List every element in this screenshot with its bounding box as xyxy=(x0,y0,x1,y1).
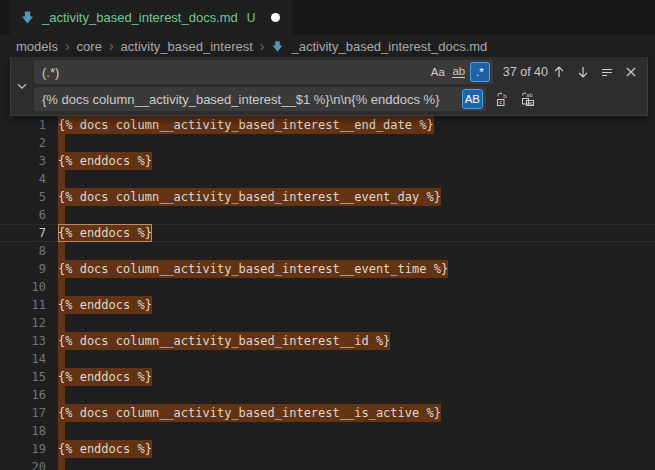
replace-button[interactable]: b c xyxy=(492,89,513,110)
line-text[interactable]: {% enddocs %} xyxy=(58,224,152,242)
line-text[interactable]: {% docs column__activity_based_interest_… xyxy=(58,260,448,278)
editor-line-14[interactable]: 14 xyxy=(0,350,655,368)
whole-word-toggle[interactable]: ab xyxy=(449,62,469,82)
line-number: 12 xyxy=(0,314,46,332)
replace-input[interactable] xyxy=(35,88,461,110)
line-text[interactable] xyxy=(58,386,65,404)
close-find-button[interactable] xyxy=(620,62,641,83)
next-match-button[interactable] xyxy=(572,62,593,83)
line-number: 5 xyxy=(0,188,46,206)
line-text[interactable]: {% enddocs %} xyxy=(58,440,152,458)
modified-dot-icon[interactable] xyxy=(271,13,280,22)
line-text[interactable]: {% docs column__activity_based_interest_… xyxy=(58,332,390,350)
line-number: 1 xyxy=(0,116,46,134)
editor-line-8[interactable]: 8 xyxy=(0,242,655,260)
find-in-selection-button[interactable] xyxy=(596,62,617,83)
tab-filename: _activity_based_interest_docs.md xyxy=(42,10,238,25)
editor-line-6[interactable]: 6 xyxy=(0,206,655,224)
breadcrumb-item-file[interactable]: _activity_based_interest_docs.md xyxy=(291,39,487,54)
markdown-icon xyxy=(271,40,284,53)
editor-line-3[interactable]: 3{% enddocs %} xyxy=(0,152,655,170)
find-results-count: 37 of 40 xyxy=(503,65,548,79)
line-text[interactable] xyxy=(58,458,65,470)
line-text[interactable] xyxy=(58,314,65,332)
line-text[interactable]: {% enddocs %} xyxy=(58,152,152,170)
find-nav-buttons xyxy=(548,62,643,83)
replace-row: AB b c ab xyxy=(34,87,643,111)
editor-line-5[interactable]: 5{% docs column__activity_based_interest… xyxy=(0,188,655,206)
regex-toggle[interactable]: .* xyxy=(470,62,490,82)
svg-text:ab: ab xyxy=(526,92,532,98)
editor-lines: 1{% docs column__activity_based_interest… xyxy=(0,116,655,470)
line-text[interactable] xyxy=(58,206,65,224)
find-match-empty-highlight xyxy=(58,422,65,440)
breadcrumb-item-models[interactable]: models xyxy=(16,39,58,54)
find-match-empty-highlight xyxy=(58,458,65,470)
find-match-highlight: {% enddocs %} xyxy=(58,152,152,170)
previous-match-button[interactable] xyxy=(548,62,569,83)
replace-all-button[interactable]: ab ac xyxy=(517,89,538,110)
line-number: 20 xyxy=(0,458,46,470)
editor-line-11[interactable]: 11{% enddocs %} xyxy=(0,296,655,314)
line-text[interactable]: {% enddocs %} xyxy=(58,296,152,314)
editor-line-18[interactable]: 18 xyxy=(0,422,655,440)
line-text[interactable]: {% docs column__activity_based_interest_… xyxy=(58,404,441,422)
find-match-highlight: {% docs column__activity_based_interest_… xyxy=(58,332,390,350)
whole-word-label: ab xyxy=(452,66,465,78)
editor-line-7[interactable]: 7{% enddocs %} xyxy=(0,224,655,242)
editor-line-15[interactable]: 15{% enddocs %} xyxy=(0,368,655,386)
editor-line-1[interactable]: 1{% docs column__activity_based_interest… xyxy=(0,116,655,134)
find-match-highlight: {% docs column__activity_based_interest_… xyxy=(58,260,448,278)
toggle-replace-chevron-icon[interactable] xyxy=(11,57,32,115)
editor-line-17[interactable]: 17{% docs column__activity_based_interes… xyxy=(0,404,655,422)
find-input[interactable] xyxy=(35,61,427,83)
line-number: 4 xyxy=(0,170,46,188)
line-number: 7 xyxy=(0,224,46,242)
editor-line-16[interactable]: 16 xyxy=(0,386,655,404)
find-match-empty-highlight xyxy=(58,278,65,296)
line-number: 10 xyxy=(0,278,46,296)
breadcrumb: models › core › activity_based_interest … xyxy=(0,35,655,57)
editor-line-10[interactable]: 10 xyxy=(0,278,655,296)
breadcrumb-item-activity-based-interest[interactable]: activity_based_interest xyxy=(121,39,253,54)
find-match-empty-highlight xyxy=(58,242,65,260)
match-case-toggle[interactable]: Aa xyxy=(428,62,448,82)
preserve-case-toggle[interactable]: AB xyxy=(462,89,483,109)
line-number: 13 xyxy=(0,332,46,350)
line-number: 15 xyxy=(0,368,46,386)
replace-input-box: AB xyxy=(34,87,486,111)
line-text[interactable] xyxy=(58,170,65,188)
line-text[interactable]: {% docs column__activity_based_interest_… xyxy=(58,116,434,134)
svg-text:c: c xyxy=(499,99,502,105)
breadcrumb-item-core[interactable]: core xyxy=(77,39,102,54)
editor-line-19[interactable]: 19{% enddocs %} xyxy=(0,440,655,458)
line-text[interactable] xyxy=(58,422,65,440)
vscode-window: _activity_based_interest_docs.md U model… xyxy=(0,0,655,470)
line-number: 18 xyxy=(0,422,46,440)
line-text[interactable] xyxy=(58,134,65,152)
tab-bar: _activity_based_interest_docs.md U xyxy=(0,0,655,35)
line-number: 2 xyxy=(0,134,46,152)
line-number: 11 xyxy=(0,296,46,314)
editor-line-2[interactable]: 2 xyxy=(0,134,655,152)
editor-line-12[interactable]: 12 xyxy=(0,314,655,332)
editor-line-9[interactable]: 9{% docs column__activity_based_interest… xyxy=(0,260,655,278)
editor-line-20[interactable]: 20 xyxy=(0,458,655,470)
line-text[interactable] xyxy=(58,242,65,260)
line-text[interactable]: {% docs column__activity_based_interest_… xyxy=(58,188,441,206)
find-match-empty-highlight xyxy=(58,350,65,368)
line-text[interactable] xyxy=(58,278,65,296)
breadcrumb-separator: › xyxy=(260,38,265,54)
git-status-badge: U xyxy=(247,11,256,25)
find-match-highlight: {% docs column__activity_based_interest_… xyxy=(58,188,441,206)
line-number: 17 xyxy=(0,404,46,422)
line-text[interactable]: {% enddocs %} xyxy=(58,368,152,386)
line-text[interactable] xyxy=(58,350,65,368)
find-input-box: Aa ab .* xyxy=(34,60,493,84)
editor-line-4[interactable]: 4 xyxy=(0,170,655,188)
find-replace-widget: Aa ab .* 37 of 40 xyxy=(10,57,648,116)
find-match-empty-highlight xyxy=(58,206,65,224)
line-number: 3 xyxy=(0,152,46,170)
editor-line-13[interactable]: 13{% docs column__activity_based_interes… xyxy=(0,332,655,350)
tab-activity-based-interest-docs[interactable]: _activity_based_interest_docs.md U xyxy=(10,0,292,35)
